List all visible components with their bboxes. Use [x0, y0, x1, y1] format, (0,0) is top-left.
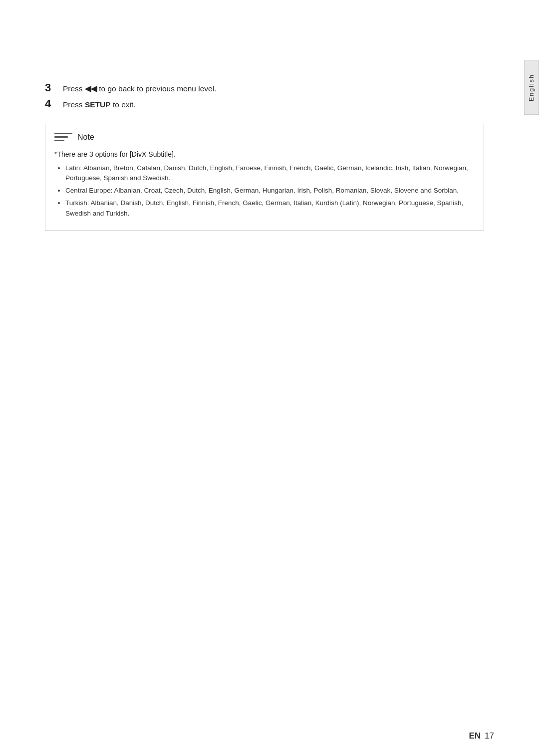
step-list: 3 Press ◀◀ to go back to previous menu l… [45, 82, 484, 111]
step-4-text: Press SETUP to exit. [63, 99, 136, 110]
rewind-icon: ◀◀ [85, 84, 97, 93]
note-icon-line-3 [54, 140, 64, 141]
note-icon-line-2 [54, 136, 68, 138]
step-4: 4 Press SETUP to exit. [45, 98, 484, 110]
note-header: Note [54, 130, 475, 144]
step-3-text: Press ◀◀ to go back to previous menu lev… [63, 83, 216, 94]
step-number-4: 4 [45, 98, 63, 109]
list-item: Latin: Albanian, Breton, Catalan, Danish… [65, 163, 475, 184]
step-number-3: 3 [45, 82, 63, 93]
note-box: Note *There are 3 options for [DivX Subt… [45, 123, 484, 231]
note-subtitle: *There are 3 options for [DivX Subtitle]… [54, 150, 475, 158]
step-3: 3 Press ◀◀ to go back to previous menu l… [45, 82, 484, 94]
note-icon-line-1 [54, 133, 72, 134]
list-item: Turkish: Albanian, Danish, Dutch, Englis… [65, 198, 475, 219]
sidebar-tab: English [524, 60, 539, 115]
list-item: Central Europe: Albanian, Croat, Czech, … [65, 186, 475, 196]
setup-key-label: SETUP [85, 100, 111, 109]
language-label: EN [469, 731, 481, 741]
sidebar-label: English [528, 74, 535, 101]
note-icon [54, 130, 72, 144]
note-title: Note [77, 133, 94, 142]
page-footer: EN 17 [469, 731, 494, 741]
page-number: 17 [485, 731, 494, 741]
note-items-list: Latin: Albanian, Breton, Catalan, Danish… [54, 163, 475, 220]
